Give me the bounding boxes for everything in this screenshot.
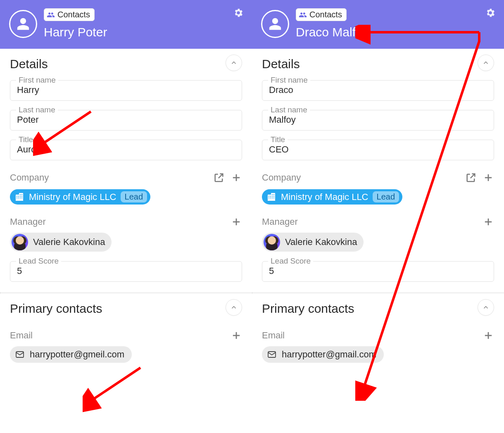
lead-score-value: 5 bbox=[17, 266, 235, 276]
contacts-chip[interactable]: Contacts bbox=[296, 8, 347, 21]
lead-score-value: 5 bbox=[269, 266, 487, 276]
open-company-button[interactable] bbox=[465, 172, 477, 183]
company-icon bbox=[266, 192, 277, 202]
title-value: CEO bbox=[269, 144, 487, 155]
first-name-field[interactable]: First name Draco bbox=[262, 80, 494, 101]
email-value: harrypotter@gmail.com bbox=[282, 349, 376, 360]
open-company-button[interactable] bbox=[213, 172, 225, 183]
email-chip[interactable]: harrypotter@gmail.com bbox=[262, 346, 384, 363]
email-label-row: Email bbox=[262, 330, 494, 341]
last-name-field[interactable]: Last name Malfoy bbox=[262, 110, 494, 131]
manager-chip[interactable]: Valerie Kakovkina bbox=[262, 233, 364, 252]
chevron-up-icon bbox=[230, 59, 238, 67]
person-icon bbox=[16, 17, 30, 31]
chevron-up-icon bbox=[482, 59, 490, 67]
collapse-primary-contacts-button[interactable] bbox=[226, 299, 242, 316]
collapse-primary-contacts-button[interactable] bbox=[478, 299, 494, 316]
people-icon bbox=[299, 11, 307, 19]
settings-button[interactable] bbox=[233, 7, 244, 20]
collapse-details-button[interactable] bbox=[226, 55, 242, 71]
plus-icon bbox=[231, 172, 242, 183]
last-name-value: Poter bbox=[17, 114, 235, 125]
manager-label-row: Manager bbox=[10, 216, 242, 228]
contacts-chip-label: Contacts bbox=[57, 10, 90, 19]
company-name: Ministry of Magic LLC bbox=[29, 192, 116, 202]
company-chip[interactable]: Ministry of Magic LLC Lead bbox=[262, 189, 402, 205]
first-name-label: First name bbox=[16, 76, 58, 85]
email-chip[interactable]: harrypotter@gmeil.com bbox=[10, 346, 132, 363]
contact-panel-right: Contacts Draco Malfoy Details First name… bbox=[252, 0, 504, 433]
manager-avatar bbox=[264, 234, 280, 250]
settings-button[interactable] bbox=[485, 7, 496, 20]
details-title: Details bbox=[10, 57, 242, 71]
company-status-badge: Lead bbox=[121, 191, 147, 202]
company-label-row: Company bbox=[10, 172, 242, 183]
add-manager-button[interactable] bbox=[483, 216, 494, 228]
title-field[interactable]: Title Auror bbox=[10, 140, 242, 160]
title-value: Auror bbox=[17, 144, 235, 155]
manager-label-row: Manager bbox=[262, 216, 494, 228]
contact-name: Draco Malfoy bbox=[296, 25, 369, 39]
add-email-button[interactable] bbox=[231, 330, 242, 341]
add-manager-button[interactable] bbox=[231, 216, 242, 228]
add-email-button[interactable] bbox=[483, 330, 494, 341]
plus-icon bbox=[483, 330, 494, 341]
gear-icon bbox=[485, 7, 496, 18]
header-titles: Contacts Draco Malfoy bbox=[296, 8, 369, 39]
lead-score-field[interactable]: Lead Score 5 bbox=[262, 261, 494, 282]
lead-score-label: Lead Score bbox=[268, 257, 313, 266]
svg-line-8 bbox=[91, 368, 140, 401]
title-field[interactable]: Title CEO bbox=[262, 140, 494, 160]
chevron-up-icon bbox=[482, 304, 490, 311]
external-link-icon bbox=[465, 172, 477, 183]
collapse-details-button[interactable] bbox=[478, 55, 494, 71]
first-name-field[interactable]: First name Harry bbox=[10, 80, 242, 101]
lead-score-label: Lead Score bbox=[16, 257, 61, 266]
company-icon bbox=[14, 192, 25, 202]
manager-name: Valerie Kakovkina bbox=[285, 237, 357, 247]
gear-icon bbox=[233, 7, 244, 18]
first-name-value: Harry bbox=[17, 85, 235, 95]
chevron-up-icon bbox=[230, 304, 238, 311]
plus-icon bbox=[231, 330, 242, 341]
primary-contacts-section: Primary contacts Email harrypotter@gmeil… bbox=[0, 293, 252, 366]
company-status-badge: Lead bbox=[373, 191, 399, 202]
email-label-row: Email bbox=[10, 330, 242, 341]
manager-avatar bbox=[12, 234, 28, 250]
contact-name: Harry Poter bbox=[44, 25, 107, 39]
first-name-value: Draco bbox=[269, 85, 487, 95]
email-label: Email bbox=[10, 330, 33, 341]
contact-avatar bbox=[9, 10, 37, 38]
annotation-arrow bbox=[83, 364, 149, 413]
panel-header: Contacts Draco Malfoy bbox=[252, 0, 504, 49]
details-section: Details First name Harry Last name Poter… bbox=[0, 49, 252, 293]
add-company-button[interactable] bbox=[231, 172, 242, 183]
contacts-chip[interactable]: Contacts bbox=[44, 8, 95, 21]
manager-label: Manager bbox=[262, 216, 298, 227]
last-name-label: Last name bbox=[268, 105, 310, 114]
mail-icon bbox=[267, 350, 277, 359]
contact-avatar bbox=[261, 10, 289, 38]
company-label: Company bbox=[262, 172, 301, 183]
company-label-row: Company bbox=[262, 172, 494, 183]
lead-score-field[interactable]: Lead Score 5 bbox=[10, 261, 242, 282]
company-chip[interactable]: Ministry of Magic LLC Lead bbox=[10, 189, 150, 205]
company-label: Company bbox=[10, 172, 49, 183]
title-label: Title bbox=[16, 135, 36, 144]
email-value: harrypotter@gmeil.com bbox=[30, 349, 124, 360]
title-label: Title bbox=[268, 135, 288, 144]
add-company-button[interactable] bbox=[483, 172, 494, 183]
plus-icon bbox=[483, 216, 494, 228]
last-name-field[interactable]: Last name Poter bbox=[10, 110, 242, 131]
email-label: Email bbox=[262, 330, 285, 341]
people-icon bbox=[47, 11, 55, 19]
plus-icon bbox=[231, 216, 242, 228]
manager-chip[interactable]: Valerie Kakovkina bbox=[10, 233, 112, 252]
manager-name: Valerie Kakovkina bbox=[33, 237, 105, 247]
plus-icon bbox=[483, 172, 494, 183]
external-link-icon bbox=[213, 172, 225, 183]
header-titles: Contacts Harry Poter bbox=[44, 8, 107, 39]
manager-label: Manager bbox=[10, 216, 46, 227]
primary-contacts-section: Primary contacts Email harrypotter@gmail… bbox=[252, 293, 504, 366]
company-name: Ministry of Magic LLC bbox=[281, 192, 368, 202]
